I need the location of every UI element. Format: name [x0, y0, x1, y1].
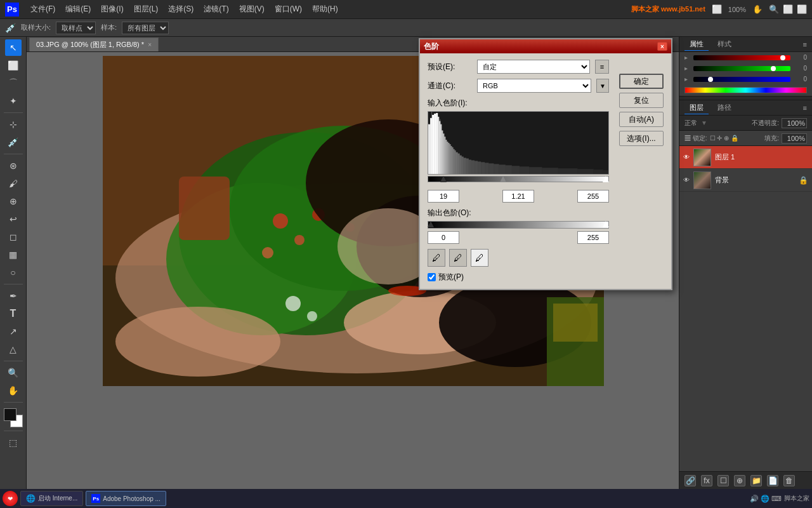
menu-file[interactable]: 文件(F)	[25, 2, 60, 17]
reset-button[interactable]: 复位	[619, 93, 664, 108]
green-slider-thumb[interactable]	[771, 66, 776, 71]
menu-filter[interactable]: 滤镜(T)	[199, 2, 233, 17]
menu-view[interactable]: 视图(V)	[234, 2, 270, 17]
tool-magic-wand[interactable]: ✦	[5, 93, 22, 109]
link-layers-btn[interactable]: 🔗	[684, 475, 696, 486]
tool-history[interactable]: ↩	[5, 211, 22, 227]
preset-menu-btn[interactable]: ≡	[595, 60, 609, 74]
tool-text[interactable]: T	[5, 305, 22, 322]
input-mid-value[interactable]	[502, 190, 534, 203]
preview-checkbox[interactable]	[428, 273, 436, 281]
new-adjustment-btn[interactable]: ⊕	[734, 475, 745, 486]
add-mask-btn[interactable]: ☐	[717, 475, 729, 486]
menu-help[interactable]: 帮助(H)	[307, 2, 343, 17]
black-thumb[interactable]	[440, 176, 447, 182]
fill-input[interactable]	[782, 133, 807, 144]
preview-checkbox-label[interactable]: 预览(P)	[428, 272, 464, 283]
layer-bg-visibility-eye[interactable]: 👁	[683, 177, 690, 184]
tool-crop[interactable]: ⊹	[5, 116, 22, 133]
layers-panel-menu[interactable]: ≡	[803, 104, 807, 112]
tool-move[interactable]: ↖	[5, 39, 22, 56]
new-layer-btn[interactable]: 📄	[767, 475, 778, 486]
tool-clone[interactable]: ⊕	[5, 193, 22, 210]
ok-button[interactable]: 确定	[619, 74, 664, 89]
tool-eyedropper[interactable]: 💉	[5, 134, 22, 150]
layer-row-layer1[interactable]: 👁 图层 1	[679, 146, 812, 169]
tool-lasso[interactable]: ⌒	[5, 75, 22, 91]
image-tab[interactable]: 03.JPG @ 100% (图层 1, RGB/8) * ×	[29, 37, 159, 51]
blue-slider-track[interactable]	[693, 77, 790, 82]
output-slider-container[interactable]	[428, 221, 609, 229]
toolbar-icon-5[interactable]: ⬜	[797, 4, 807, 14]
green-value: 0	[794, 65, 807, 72]
channel-select[interactable]: RGB	[477, 79, 591, 93]
input-black-value[interactable]: 19	[428, 190, 459, 203]
svg-rect-43	[455, 150, 456, 174]
tool-gradient[interactable]: ▦	[5, 246, 22, 263]
color-boxes[interactable]	[4, 408, 23, 427]
output-slider-track[interactable]	[428, 221, 609, 229]
menu-select[interactable]: 选择(S)	[163, 2, 199, 17]
new-group-btn[interactable]: 📁	[750, 475, 762, 486]
input-white-value[interactable]	[577, 190, 609, 203]
auto-button[interactable]: 自动(A)	[619, 112, 664, 127]
tool-size-select[interactable]: 取样点	[56, 22, 96, 34]
toolbar-icon-2[interactable]: ✋	[752, 4, 763, 14]
tool-path-select[interactable]: ↗	[5, 323, 22, 340]
menu-edit[interactable]: 编辑(E)	[60, 2, 96, 17]
mid-thumb[interactable]	[500, 176, 506, 182]
blue-slider-thumb[interactable]	[708, 77, 713, 82]
tool-zoom[interactable]: 🔍	[5, 364, 22, 381]
taskbar-photoshop-btn[interactable]: Ps Adobe Photoshop ...	[86, 491, 166, 506]
tool-eraser[interactable]: ◻	[5, 229, 22, 245]
delete-layer-btn[interactable]: 🗑	[783, 475, 795, 486]
panel-tab-color[interactable]: 属性	[684, 38, 709, 51]
output-black-value[interactable]	[428, 231, 459, 244]
white-eyedropper-btn[interactable]: 🖊	[471, 249, 488, 267]
tool-pen[interactable]: ✒	[5, 288, 22, 304]
opacity-input[interactable]	[782, 118, 807, 128]
svg-rect-69	[435, 115, 435, 146]
tab-paths[interactable]: 路径	[712, 102, 737, 114]
gray-eyedropper-btn[interactable]: 🖊	[449, 249, 467, 267]
tab-close-btn[interactable]: ×	[148, 41, 152, 48]
white-thumb[interactable]	[603, 176, 609, 182]
tool-spot-heal[interactable]: ⊛	[5, 157, 22, 174]
taskbar-internet-btn[interactable]: 🌐 启动 Interne...	[20, 491, 83, 506]
toolbar-icon-1[interactable]: ⬜	[712, 4, 722, 14]
output-white-thumb[interactable]	[603, 221, 609, 227]
spectrum-bar[interactable]	[684, 87, 807, 93]
black-eyedropper-btn[interactable]: 🖊	[428, 249, 445, 267]
layer-visibility-eye[interactable]: 👁	[683, 154, 690, 161]
foreground-color-box[interactable]	[4, 408, 16, 421]
output-black-thumb[interactable]	[428, 221, 434, 227]
preset-select[interactable]: 自定	[477, 60, 590, 74]
tool-hand[interactable]: ✋	[5, 382, 22, 399]
tool-marquee[interactable]: ⬜	[5, 57, 22, 74]
add-style-btn[interactable]: fx	[701, 475, 712, 486]
output-white-value[interactable]	[577, 231, 609, 244]
panel-menu-icon[interactable]: ≡	[803, 41, 807, 48]
dialog-close-btn[interactable]: ×	[657, 42, 667, 51]
panel-tab-swatches[interactable]: 样式	[712, 38, 737, 50]
menu-layer[interactable]: 图层(L)	[129, 2, 164, 17]
layer-row-bg[interactable]: 👁 背景 🔒	[679, 169, 812, 192]
red-slider-thumb[interactable]	[780, 55, 785, 60]
menu-image[interactable]: 图像(I)	[96, 2, 128, 17]
input-slider-track[interactable]	[428, 176, 609, 182]
tool-brush[interactable]: 🖌	[5, 175, 22, 192]
tool-dodge[interactable]: ○	[5, 264, 22, 281]
input-slider-container[interactable]	[428, 176, 609, 186]
toolbar-icon-4[interactable]: ⬜	[783, 4, 793, 14]
taskbar-start-btn[interactable]: ❤	[3, 491, 18, 506]
tab-layers[interactable]: 图层	[684, 102, 709, 114]
tool-shape[interactable]: △	[5, 341, 22, 358]
tool-screen-mode[interactable]: ⬚	[5, 434, 22, 451]
red-slider-track[interactable]	[693, 55, 790, 60]
toolbar-icon-3[interactable]: 🔍	[769, 4, 779, 14]
green-slider-track[interactable]	[693, 66, 790, 71]
menu-window[interactable]: 窗口(W)	[270, 2, 307, 17]
channel-select-arrow[interactable]: ▼	[596, 79, 609, 93]
options-button[interactable]: 选项(I)...	[619, 131, 664, 146]
sample-select[interactable]: 所有图层	[122, 22, 169, 34]
